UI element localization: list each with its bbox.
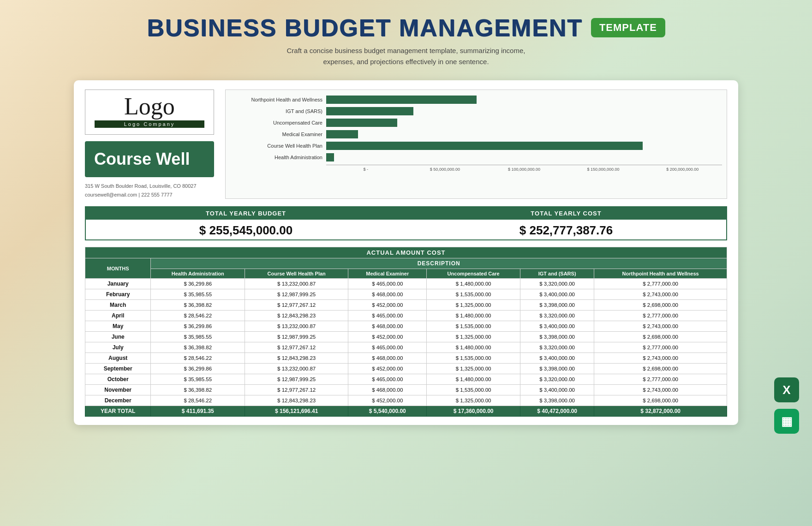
table-row: June$ 35,985.55$ 12,987,999.25$ 452,000.…: [85, 332, 727, 342]
yearly-cost-value: $ 252,777,387.76: [406, 220, 726, 239]
bar-row: Medical Examiner: [230, 130, 722, 138]
chart-axis: $ -$ 50,000,000.00$ 100,000,000.00$ 150,…: [326, 165, 722, 172]
subtitle: Craft a concise business budget manageme…: [0, 45, 812, 67]
table-section-header: ACTUAL AMOUNT COST: [85, 247, 727, 258]
yearly-budget-box: TOTAL YEARLY BUDGET $ 255,545,000.00: [86, 207, 406, 239]
main-title: BUSINESS BUDGET MANAGEMENT: [147, 14, 583, 42]
summary-row: TOTAL YEARLY BUDGET $ 255,545,000.00 TOT…: [85, 206, 727, 240]
col-north-header: Northpoint Health and Wellness: [594, 269, 727, 279]
table-row: February$ 35,985.55$ 12,987,999.25$ 468,…: [85, 289, 727, 300]
table-row: October$ 35,985.55$ 12,987,999.25$ 465,0…: [85, 374, 727, 385]
excel-icon[interactable]: X: [774, 377, 799, 402]
table-row: April$ 28,546.22$ 12,843,298.23$ 465,000…: [85, 311, 727, 321]
total-row: YEAR TOTAL$ 411,691.35$ 156,121,696.41$ …: [85, 406, 727, 417]
table-row: July$ 36,398.82$ 12,977,267.12$ 465,000.…: [85, 342, 727, 353]
table-row: May$ 36,299.86$ 13,232,000.87$ 468,000.0…: [85, 321, 727, 332]
main-card: Logo Logo Company Course Well 315 W Sout…: [74, 80, 738, 425]
data-table: ACTUAL AMOUNT COST MONTHS DESCRIPTION He…: [85, 247, 727, 417]
table-row: August$ 28,546.22$ 12,843,298.23$ 468,00…: [85, 353, 727, 364]
logo-area: Logo Logo Company Course Well 315 W Sout…: [85, 90, 214, 199]
company-name: Course Well: [85, 141, 214, 177]
bar-row: Uncompensated Care: [230, 119, 722, 127]
icons-panel: X ▦: [774, 377, 799, 434]
template-badge: TEMPLATE: [591, 18, 665, 37]
col-course-header: Course Well Health Plan: [245, 269, 348, 279]
col-medical-header: Medical Examiner: [348, 269, 427, 279]
sheets-icon[interactable]: ▦: [774, 409, 799, 434]
bar-row: Course Well Health Plan: [230, 142, 722, 150]
table-row: December$ 28,546.22$ 12,843,298.23$ 452,…: [85, 395, 727, 406]
description-header: DESCRIPTION: [151, 258, 727, 269]
logo-subtext: Logo Company: [95, 120, 204, 128]
bar-chart: Northpoint Health and WellnessIGT and (S…: [230, 96, 722, 161]
col-months-header: MONTHS: [85, 258, 151, 279]
col-igt-header: IGT and (SARS): [520, 269, 594, 279]
yearly-cost-label: TOTAL YEARLY COST: [406, 207, 726, 220]
address: 315 W South Boulder Road, Louisville, CO…: [85, 182, 214, 199]
top-section: Logo Logo Company Course Well 315 W Sout…: [85, 90, 727, 199]
col-health-header: Health Administration: [151, 269, 245, 279]
logo-text: Logo: [95, 95, 204, 119]
bar-row: IGT and (SARS): [230, 107, 722, 115]
table-row: January$ 36,299.86$ 13,232,000.87$ 465,0…: [85, 279, 727, 289]
bar-row: Northpoint Health and Wellness: [230, 96, 722, 104]
table-row: November$ 36,398.82$ 12,977,267.12$ 468,…: [85, 385, 727, 395]
chart-area: Northpoint Health and WellnessIGT and (S…: [225, 90, 727, 199]
col-uncomp-header: Uncompensated Care: [427, 269, 520, 279]
yearly-cost-box: TOTAL YEARLY COST $ 252,777,387.76: [406, 207, 726, 239]
yearly-budget-label: TOTAL YEARLY BUDGET: [86, 207, 406, 220]
table-row: September$ 36,299.86$ 13,232,000.87$ 452…: [85, 364, 727, 374]
bar-row: Health Administration: [230, 153, 722, 161]
table-row: March$ 36,398.82$ 12,977,267.12$ 452,000…: [85, 300, 727, 311]
page-header: BUSINESS BUDGET MANAGEMENT TEMPLATE Craf…: [0, 0, 812, 72]
yearly-budget-value: $ 255,545,000.00: [86, 220, 406, 239]
